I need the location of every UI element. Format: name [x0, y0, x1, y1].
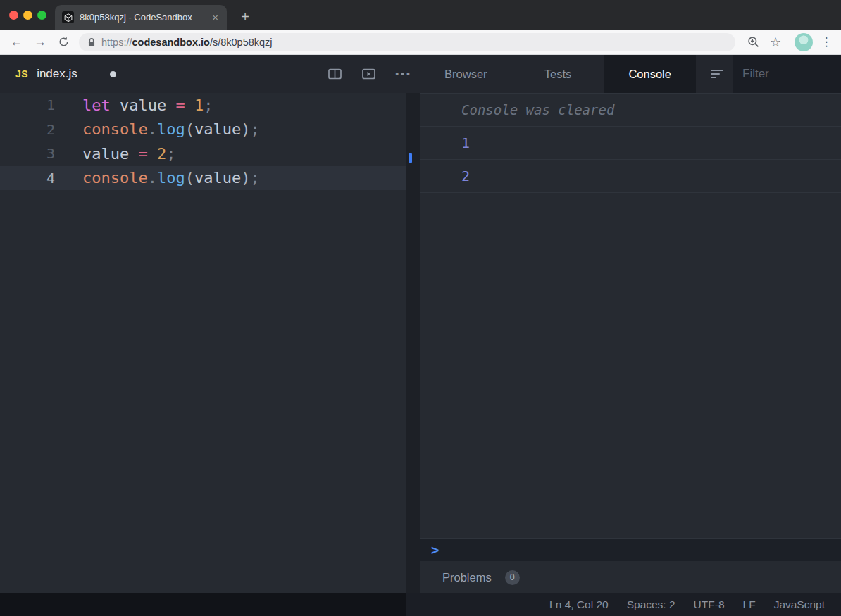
tab-tests[interactable]: Tests: [512, 55, 604, 93]
pane-resize-handle[interactable]: [409, 153, 412, 163]
status-items: Ln 4, Col 20Spaces: 2UTF-8LFJavaScript: [531, 593, 841, 616]
code-line[interactable]: 4console.log(value);: [0, 166, 406, 191]
console-entry: 1: [420, 127, 841, 160]
preview-button[interactable]: [358, 55, 379, 93]
status-item[interactable]: Ln 4, Col 20: [549, 598, 609, 611]
editor-header: JS index.js ••• BrowserTestsConsole: [0, 55, 841, 93]
status-item[interactable]: LF: [743, 598, 756, 611]
line-number: 2: [0, 121, 55, 138]
console-value: 1: [461, 134, 470, 151]
panel-tabs: BrowserTestsConsole: [420, 55, 696, 93]
line-number: 1: [0, 96, 55, 113]
clear-filter-lines-icon[interactable]: [706, 55, 728, 93]
problems-bar: Problems 0: [420, 561, 841, 593]
codesandbox-logo-icon: [62, 11, 74, 23]
code-editor[interactable]: 1let value = 1;2console.log(value);3valu…: [0, 93, 406, 593]
file-tab-indexjs[interactable]: JS index.js: [0, 55, 77, 93]
status-item[interactable]: JavaScript: [774, 598, 825, 611]
status-bar-left: [0, 593, 406, 616]
back-button[interactable]: ←: [6, 30, 27, 54]
code-line[interactable]: 1let value = 1;: [0, 93, 406, 118]
console-filter: [733, 55, 841, 93]
file-name: index.js: [37, 67, 77, 81]
reload-button[interactable]: [53, 30, 74, 54]
console-panel: Console was cleared 12: [420, 93, 841, 593]
window-close-button[interactable]: [9, 11, 18, 20]
console-value: 2: [461, 168, 470, 184]
code-text: value = 2;: [82, 145, 175, 163]
code-lines: 1let value = 1;2console.log(value);3valu…: [0, 93, 406, 190]
browser-menu-icon[interactable]: ⋮: [817, 30, 835, 54]
code-line[interactable]: 3value = 2;: [0, 142, 406, 166]
problems-tab[interactable]: Problems: [442, 571, 492, 584]
pane-divider: [406, 93, 420, 593]
console-entries: 12: [420, 127, 841, 193]
console-prompt-icon: >: [431, 542, 439, 558]
line-number: 4: [0, 170, 55, 187]
new-tab-button[interactable]: +: [235, 6, 255, 28]
status-item[interactable]: UTF-8: [694, 598, 725, 611]
tab-title: 8k0p58kqzj - CodeSandbox: [80, 12, 211, 23]
macos-titlebar: 8k0p58kqzj - CodeSandbox × +: [0, 0, 841, 30]
forward-button[interactable]: →: [30, 30, 51, 54]
code-text: console.log(value);: [82, 169, 260, 187]
browser-toolbar: ← → https://codesandbox.io/s/8k0p58kqzj …: [0, 30, 841, 55]
browser-tab[interactable]: 8k0p58kqzj - CodeSandbox ×: [55, 5, 227, 30]
console-cleared-row: Console was cleared: [420, 94, 841, 127]
code-text: console.log(value);: [82, 120, 260, 138]
lock-icon: [87, 37, 96, 47]
split-view-button[interactable]: [324, 55, 345, 93]
tab-close-icon[interactable]: ×: [211, 11, 220, 24]
more-options-icon[interactable]: •••: [390, 55, 417, 93]
problems-count-badge: 0: [505, 570, 520, 585]
modified-indicator-dot: [110, 71, 116, 77]
javascript-file-icon: JS: [15, 68, 28, 80]
code-text: let value = 1;: [82, 96, 213, 114]
url-domain: codesandbox.io: [132, 37, 210, 48]
console-entry: 2: [420, 160, 841, 193]
console-input[interactable]: >: [420, 538, 841, 561]
window-minimize-button[interactable]: [23, 11, 32, 20]
line-number: 3: [0, 145, 55, 162]
status-item[interactable]: Spaces: 2: [627, 598, 675, 611]
address-bar[interactable]: https://codesandbox.io/s/8k0p58kqzj: [79, 33, 735, 51]
window-zoom-button[interactable]: [37, 11, 46, 20]
filter-input[interactable]: [733, 55, 841, 93]
url-path: /s/8k0p58kqzj: [210, 37, 273, 48]
url-scheme: https://: [101, 37, 132, 48]
profile-avatar[interactable]: [795, 33, 813, 51]
tab-browser[interactable]: Browser: [420, 55, 512, 93]
bookmark-star-icon[interactable]: ☆: [765, 30, 786, 54]
tab-console[interactable]: Console: [604, 55, 696, 93]
code-line[interactable]: 2console.log(value);: [0, 118, 406, 142]
zoom-icon[interactable]: [742, 30, 764, 54]
console-cleared-message: Console was cleared: [461, 102, 614, 118]
url-text: https://codesandbox.io/s/8k0p58kqzj: [101, 37, 273, 48]
